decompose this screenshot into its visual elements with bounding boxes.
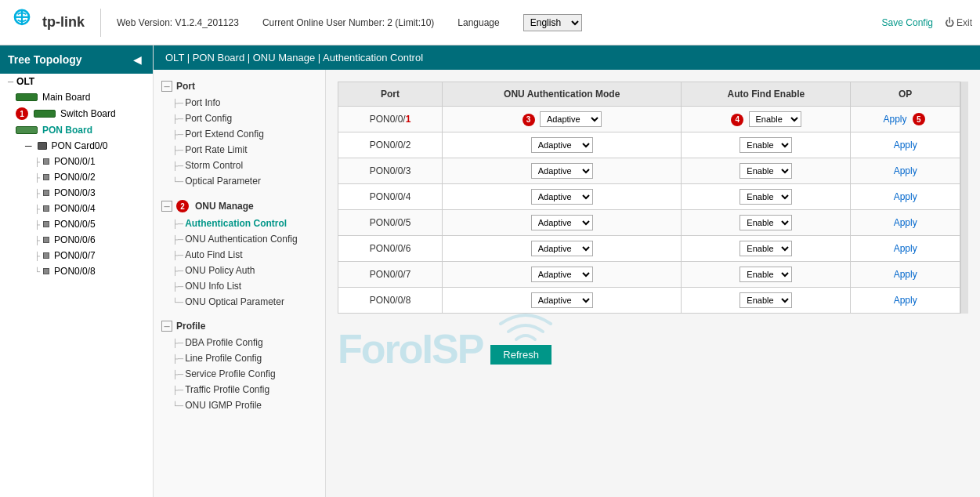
badge-1: 1 bbox=[16, 107, 28, 120]
table-row: PON0/0/1 3 AdaptiveMACLOIDPassword 4 bbox=[338, 107, 960, 132]
cell-auth-3: AdaptiveMACLOIDPassword bbox=[443, 158, 682, 184]
nav-link-onu-auth-config[interactable]: ONU Authentication Config bbox=[154, 231, 325, 247]
sidebar-title-bar: Tree Topology ◀ bbox=[0, 45, 153, 74]
sidebar-item-pon005[interactable]: ├ PON0/0/5 bbox=[0, 216, 153, 232]
nav-link-optical-parameter[interactable]: Optical Parameter bbox=[154, 173, 325, 189]
logo-text: tp-link bbox=[42, 14, 85, 31]
sidebar-item-pon002[interactable]: ├ PON0/0/2 bbox=[0, 169, 153, 185]
apply-button-8[interactable]: Apply bbox=[894, 295, 917, 306]
sidebar-item-pon008[interactable]: └ PON0/0/8 bbox=[0, 263, 153, 279]
table-row: PON0/0/4 AdaptiveMACLOIDPassword EnableD… bbox=[338, 184, 960, 210]
sidebar-item-olt[interactable]: ─ OLT bbox=[0, 74, 153, 89]
refresh-button[interactable]: Refresh bbox=[490, 345, 551, 365]
nav-link-service-profile[interactable]: Service Profile Config bbox=[154, 366, 325, 382]
pon007-icon: ├ bbox=[34, 252, 40, 260]
cell-op-6: Apply bbox=[851, 236, 960, 262]
pon008-label: PON0/0/8 bbox=[54, 266, 96, 277]
auto-find-select-1[interactable]: EnableDisable bbox=[749, 111, 801, 127]
pon003-label: PON0/0/3 bbox=[54, 187, 96, 198]
auth-mode-select-4[interactable]: AdaptiveMACLOIDPassword bbox=[531, 189, 593, 205]
auth-mode-select-5[interactable]: AdaptiveMACLOIDPassword bbox=[531, 215, 593, 230]
nav-section-port-header[interactable]: ─ Port bbox=[154, 78, 325, 95]
nav-link-onu-igmp[interactable]: ONU IGMP Profile bbox=[154, 397, 325, 413]
cell-auth-7: AdaptiveMACLOIDPassword bbox=[443, 262, 682, 288]
apply-button-5[interactable]: Apply bbox=[894, 217, 917, 228]
table-row: PON0/0/3 AdaptiveMACLOIDPassword EnableD… bbox=[338, 158, 960, 184]
minus-icon: ─ bbox=[8, 78, 13, 86]
pon-card-board-icon bbox=[38, 142, 47, 150]
sidebar-item-main-board[interactable]: Main Board bbox=[0, 89, 153, 105]
table-scrollbar[interactable] bbox=[960, 82, 968, 314]
nav-link-port-rate-limit[interactable]: Port Rate Limit bbox=[154, 142, 325, 158]
cell-auto-find-2: EnableDisable bbox=[682, 132, 851, 158]
nav-section-profile-header[interactable]: ─ Profile bbox=[154, 317, 325, 335]
nav-section-profile: ─ Profile DBA Profile Config Line Profil… bbox=[154, 314, 325, 417]
pon004-label: PON0/0/4 bbox=[54, 203, 96, 214]
nav-link-auth-control[interactable]: Authentication Control bbox=[154, 216, 325, 231]
sidebar-item-pon006[interactable]: ├ PON0/0/6 bbox=[0, 232, 153, 248]
auto-find-select-2[interactable]: EnableDisable bbox=[740, 137, 792, 153]
main-layout: Tree Topology ◀ ─ OLT Main Board 1 Switc… bbox=[0, 45, 980, 497]
auth-mode-select-3[interactable]: AdaptiveMACLOIDPassword bbox=[531, 163, 593, 179]
pon008-sq-icon bbox=[43, 268, 49, 274]
cell-op-4: Apply bbox=[851, 184, 960, 210]
apply-button-2[interactable]: Apply bbox=[894, 140, 917, 151]
watermark-text: ForoISP bbox=[338, 325, 483, 372]
sidebar-collapse-button[interactable]: ◀ bbox=[129, 52, 145, 67]
pon-board-label: PON Board bbox=[42, 125, 92, 136]
nav-link-storm-control[interactable]: Storm Control bbox=[154, 158, 325, 173]
sidebar-item-pon007[interactable]: ├ PON0/0/7 bbox=[0, 248, 153, 263]
nav-link-port-extend-config[interactable]: Port Extend Config bbox=[154, 126, 325, 142]
watermark-text-area: ForoISP Refresh bbox=[338, 325, 551, 372]
table-row: PON0/0/5 AdaptiveMACLOIDPassword EnableD… bbox=[338, 210, 960, 236]
auto-find-select-7[interactable]: EnableDisable bbox=[740, 267, 792, 282]
olt-label: OLT bbox=[16, 76, 34, 87]
table-row: PON0/0/6 AdaptiveMACLOIDPassword EnableD… bbox=[338, 236, 960, 262]
onu-collapse-icon: ─ bbox=[161, 201, 172, 212]
auth-mode-select-7[interactable]: AdaptiveMACLOIDPassword bbox=[531, 267, 593, 282]
table-row: PON0/0/8 AdaptiveMACLOIDPassword EnableD… bbox=[338, 288, 960, 314]
apply-button-3[interactable]: Apply bbox=[894, 165, 917, 176]
sidebar-item-pon003[interactable]: ├ PON0/0/3 bbox=[0, 185, 153, 201]
nav-link-dba-profile[interactable]: DBA Profile Config bbox=[154, 335, 325, 350]
pon008-icon: └ bbox=[34, 267, 40, 276]
auto-find-select-6[interactable]: EnableDisable bbox=[740, 241, 792, 256]
sidebar-item-pon001[interactable]: ├ PON0/0/1 bbox=[0, 154, 153, 169]
pon005-icon: ├ bbox=[34, 220, 40, 229]
nav-link-port-config[interactable]: Port Config bbox=[154, 111, 325, 126]
sidebar-item-pon-card[interactable]: ─ PON Card0/0 bbox=[0, 138, 153, 154]
apply-button-1[interactable]: Apply bbox=[883, 114, 906, 125]
port-collapse-icon: ─ bbox=[161, 81, 172, 92]
auto-find-select-4[interactable]: EnableDisable bbox=[740, 189, 792, 205]
power-icon: ⏻ bbox=[945, 17, 954, 28]
auth-mode-select-1[interactable]: AdaptiveMACLOIDPassword bbox=[540, 111, 602, 127]
sidebar-item-switch-board[interactable]: 1 Switch Board bbox=[0, 105, 153, 122]
exit-button[interactable]: ⏻ Exit bbox=[945, 17, 972, 28]
sidebar-item-pon004[interactable]: ├ PON0/0/4 bbox=[0, 201, 153, 216]
auth-mode-select-6[interactable]: AdaptiveMACLOIDPassword bbox=[531, 241, 593, 256]
auth-mode-select-2[interactable]: AdaptiveMACLOIDPassword bbox=[531, 137, 593, 153]
auto-find-select-5[interactable]: EnableDisable bbox=[740, 215, 792, 230]
apply-button-6[interactable]: Apply bbox=[894, 243, 917, 254]
language-select[interactable]: English Chinese bbox=[523, 14, 582, 31]
nav-link-line-profile[interactable]: Line Profile Config bbox=[154, 350, 325, 366]
pon006-icon: ├ bbox=[34, 236, 40, 245]
auto-find-select-3[interactable]: EnableDisable bbox=[740, 163, 792, 179]
nav-link-port-info[interactable]: Port Info bbox=[154, 95, 325, 111]
save-config-link[interactable]: Save Config bbox=[882, 17, 933, 28]
pon-board-icon bbox=[16, 126, 38, 134]
nav-link-onu-info-list[interactable]: ONU Info List bbox=[154, 278, 325, 294]
col-port: Port bbox=[338, 82, 443, 107]
nav-link-traffic-profile[interactable]: Traffic Profile Config bbox=[154, 382, 325, 397]
nav-link-onu-policy-auth[interactable]: ONU Policy Auth bbox=[154, 263, 325, 278]
cell-op-8: Apply bbox=[851, 288, 960, 314]
sidebar-item-pon-board[interactable]: PON Board bbox=[0, 122, 153, 138]
apply-button-7[interactable]: Apply bbox=[894, 269, 917, 280]
cell-auth-4: AdaptiveMACLOIDPassword bbox=[443, 184, 682, 210]
nav-link-auto-find-list[interactable]: Auto Find List bbox=[154, 247, 325, 263]
auto-find-select-8[interactable]: EnableDisable bbox=[740, 292, 792, 308]
nav-link-onu-optical-param[interactable]: ONU Optical Parameter bbox=[154, 294, 325, 310]
apply-button-4[interactable]: Apply bbox=[894, 191, 917, 202]
nav-section-onu-header[interactable]: ─ 2 ONU Manage bbox=[154, 197, 325, 216]
main-board-label: Main Board bbox=[42, 92, 90, 103]
